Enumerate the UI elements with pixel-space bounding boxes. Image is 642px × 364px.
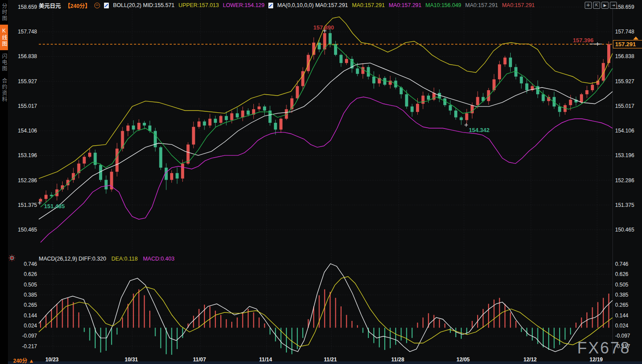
ma10-line <box>41 44 612 207</box>
chart-tools: ✛⇱▶⇥ <box>585 2 617 9</box>
price-axis-label: 155.927 <box>11 78 37 85</box>
price-axis-label: 157.748 <box>615 29 634 35</box>
minus-circle-icon[interactable] <box>94 3 100 8</box>
chart-application: 分时图K线图闪电图合约资料 美元日元【240分】BOLL(20,2) MID:1… <box>0 0 642 364</box>
price-axis-label: 151.375 <box>11 202 37 208</box>
sidebar-item-1[interactable]: 分时图 <box>0 0 8 25</box>
candles-series <box>39 28 611 202</box>
indicator-value-label: MA0:157.291 <box>465 2 498 8</box>
macd-axis-label: 0.024 <box>615 323 628 329</box>
sidebar-item-2[interactable]: K线图 <box>0 25 8 50</box>
price-annotation: 154.342 <box>469 127 490 133</box>
macd-axis-label: 0.505 <box>11 282 37 288</box>
macd-histogram <box>41 289 609 356</box>
macd-axis-label: 0.746 <box>11 261 37 267</box>
price-annotation: 157.890 <box>313 24 334 31</box>
macd-toolbar: MACD(26,12,9) DIFF:0.320DEA:0.118MACD:0.… <box>39 256 174 262</box>
indicator-value-label: MA0:157.291 <box>352 2 385 8</box>
price-axis-label: 154.106 <box>615 128 634 134</box>
macd-axis-label: -0.097 <box>615 333 630 339</box>
indicator-value-label: LOWER:154.129 <box>223 2 265 8</box>
exit-right-icon[interactable]: ⇥ <box>610 2 617 9</box>
macd-diff-line <box>39 264 612 352</box>
macd-axis-label: 0.746 <box>615 261 628 267</box>
macd-axis-label: 0.626 <box>11 271 37 277</box>
macd-axis-label: 0.144 <box>615 313 628 319</box>
macd-value-label: MACD(26,12,9) DIFF:0.320 <box>39 256 106 262</box>
indicator-value-label: 【240分】 <box>65 1 90 10</box>
price-axis-label: 151.375 <box>615 202 634 208</box>
macd-value-label: DEA:0.118 <box>111 256 138 262</box>
price-axis-label: 153.196 <box>615 152 634 158</box>
chart-scale-icon[interactable]: ⇱ <box>593 2 600 9</box>
boll-indicator-icon[interactable] <box>104 3 109 8</box>
indicator-value-label: MA(0,0,10,0,0) MA0:157.291 <box>277 2 348 8</box>
sidebar-item-3[interactable]: 闪电图 <box>0 50 8 75</box>
macd-axis-label: 0.024 <box>11 323 37 329</box>
macd-axis-label: 0.144 <box>11 313 37 319</box>
chart-type-sidebar: 分时图K线图闪电图合约资料 <box>0 0 8 364</box>
macd-axis-label: 0.505 <box>615 282 628 288</box>
price-axis-label: 153.196 <box>11 152 37 158</box>
current-price-box[interactable]: 157.291 <box>613 40 642 48</box>
interval-selector[interactable]: 240分 ▲ <box>13 357 34 364</box>
price-axis-label: 157.748 <box>11 29 37 35</box>
macd-value-label: MACD:0.403 <box>143 256 174 262</box>
price-axis-label: 152.286 <box>11 177 37 184</box>
price-axis-label: 155.017 <box>615 103 634 109</box>
watermark: FX678 <box>577 339 631 357</box>
price-axis-label: 155.927 <box>615 78 634 85</box>
price-axis-label: 150.465 <box>11 227 37 233</box>
macd-axis-label: 0.265 <box>615 302 628 308</box>
indicator-value-label: BOLL(20,2) MID:155.571 <box>113 2 174 8</box>
macd-axis-label: -0.097 <box>11 333 37 339</box>
price-axis-label: 158.659 <box>11 4 37 10</box>
price-axis-label: 152.286 <box>615 177 634 184</box>
sidebar-item-4[interactable]: 合约资料 <box>0 75 8 106</box>
indicator-value-label: UPPER:157.013 <box>178 2 219 8</box>
indicator-value-label: MA0:157.291 <box>502 2 534 8</box>
price-axis-label: 158.659 <box>615 4 634 10</box>
grid-layout-icon[interactable]: ✛ <box>585 2 592 9</box>
indicator-value-label: MA10:156.049 <box>426 2 461 8</box>
chart-play-icon[interactable]: ▶ <box>601 2 609 9</box>
price-axis-label: 154.106 <box>11 128 37 134</box>
price-annotation: 151.485 <box>44 203 65 210</box>
price-axis-label: 156.838 <box>11 53 37 59</box>
indicator-value-label: 美元日元 <box>39 1 61 10</box>
indicator-toolbar: 美元日元【240分】BOLL(20,2) MID:155.571UPPER:15… <box>39 1 535 9</box>
macd-axis-label: 0.626 <box>615 271 628 277</box>
macd-axis-label: 0.385 <box>615 292 628 298</box>
macd-axis-label: 0.385 <box>11 292 37 298</box>
latest-price-arrow-icon[interactable] <box>633 37 638 40</box>
ma-indicator-icon[interactable] <box>268 3 273 8</box>
macd-axis-label: -0.217 <box>11 343 37 349</box>
chart-canvas[interactable] <box>0 0 642 364</box>
price-axis-label: 156.838 <box>615 53 634 59</box>
price-annotation: 157.396 <box>573 37 594 44</box>
macd-axis-label: 0.265 <box>11 302 37 308</box>
price-axis-label: 155.017 <box>11 103 37 109</box>
bottom-divider <box>0 361 642 364</box>
boll-lower-line <box>41 97 612 242</box>
indicator-value-label: MA0:157.291 <box>389 2 421 8</box>
price-axis-label: 150.465 <box>615 227 634 233</box>
